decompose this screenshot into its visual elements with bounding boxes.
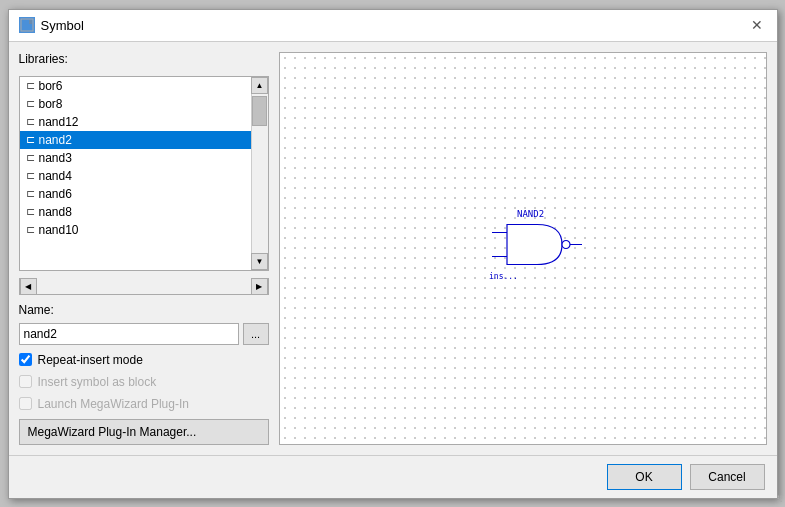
chip-icon: ⊏ [26, 97, 35, 110]
launch-megawizard-checkbox[interactable] [19, 397, 32, 410]
repeat-insert-checkbox[interactable] [19, 353, 32, 366]
scroll-right-button[interactable]: ▶ [251, 278, 268, 295]
item-label: nand12 [39, 115, 79, 129]
list-item[interactable]: ⊏ nand12 [20, 113, 251, 131]
insert-as-block-row: Insert symbol as block [19, 375, 269, 389]
title-bar: Symbol ✕ [9, 10, 777, 42]
cancel-button[interactable]: Cancel [690, 464, 765, 490]
list-item[interactable]: ⊏ bor8 [20, 95, 251, 113]
nand2-symbol: NAND2 ins... [487, 207, 607, 290]
item-label: bor6 [39, 79, 63, 93]
svg-point-5 [562, 241, 570, 249]
chip-icon: ⊏ [26, 223, 35, 236]
left-panel: Libraries: ⊏ bor6 ⊏ bor8 ⊏ nand12 [19, 52, 269, 445]
name-label: Name: [19, 303, 269, 317]
item-label: nand4 [39, 169, 72, 183]
item-label: nand6 [39, 187, 72, 201]
svg-text:NAND2: NAND2 [517, 209, 544, 219]
chip-icon: ⊏ [26, 187, 35, 200]
symbol-dialog: Symbol ✕ Libraries: ⊏ bor6 ⊏ bor8 [8, 9, 778, 499]
item-label: nand10 [39, 223, 79, 237]
list-item-selected[interactable]: ⊏ nand2 [20, 131, 251, 149]
item-label: nand3 [39, 151, 72, 165]
scroll-left-button[interactable]: ◀ [20, 278, 37, 295]
scroll-up-button[interactable]: ▲ [251, 77, 268, 94]
list-scrollbar-v[interactable]: ▲ ▼ [251, 77, 268, 270]
svg-text:ins...: ins... [489, 272, 518, 281]
launch-megawizard-label: Launch MegaWizard Plug-In [38, 397, 189, 411]
list-item[interactable]: ⊏ nand4 [20, 167, 251, 185]
browse-button[interactable]: ... [243, 323, 269, 345]
launch-megawizard-row: Launch MegaWizard Plug-In [19, 397, 269, 411]
scroll-thumb[interactable] [252, 96, 267, 126]
resize-corner[interactable]: ⠿ [776, 494, 783, 505]
chip-icon: ⊏ [26, 205, 35, 218]
item-label: nand8 [39, 205, 72, 219]
chip-icon: ⊏ [26, 151, 35, 164]
list-scrollbar-h-container: ◀ ▶ [19, 278, 269, 295]
list-item[interactable]: ⊏ nand6 [20, 185, 251, 203]
dialog-title: Symbol [41, 18, 84, 33]
chip-icon: ⊏ [26, 133, 35, 146]
list-item[interactable]: ⊏ nand3 [20, 149, 251, 167]
chip-icon: ⊏ [26, 79, 35, 92]
name-row: ... [19, 323, 269, 345]
repeat-insert-label[interactable]: Repeat-insert mode [38, 353, 143, 367]
close-button[interactable]: ✕ [747, 15, 767, 35]
repeat-insert-row: Repeat-insert mode [19, 353, 269, 367]
name-section: Name: ... [19, 303, 269, 345]
item-label: bor8 [39, 97, 63, 111]
scroll-down-button[interactable]: ▼ [251, 253, 268, 270]
megawizard-manager-button[interactable]: MegaWizard Plug-In Manager... [19, 419, 269, 445]
scroll-track-h [37, 278, 251, 294]
chip-icon: ⊏ [26, 115, 35, 128]
dialog-body: Libraries: ⊏ bor6 ⊏ bor8 ⊏ nand12 [9, 42, 777, 455]
insert-as-block-checkbox[interactable] [19, 375, 32, 388]
svg-rect-1 [23, 21, 28, 26]
list-item[interactable]: ⊏ nand10 [20, 221, 251, 239]
libraries-label: Libraries: [19, 52, 269, 66]
libraries-list[interactable]: ⊏ bor6 ⊏ bor8 ⊏ nand12 ⊏ nand2 [20, 77, 251, 270]
list-item[interactable]: ⊏ nand8 [20, 203, 251, 221]
dialog-icon [19, 17, 35, 33]
ok-button[interactable]: OK [607, 464, 682, 490]
chip-icon: ⊏ [26, 169, 35, 182]
dialog-footer: OK Cancel [9, 455, 777, 498]
libraries-list-container: ⊏ bor6 ⊏ bor8 ⊏ nand12 ⊏ nand2 [19, 76, 269, 271]
item-label: nand2 [39, 133, 72, 147]
insert-as-block-label: Insert symbol as block [38, 375, 157, 389]
name-input[interactable] [19, 323, 239, 345]
preview-panel: NAND2 ins... [279, 52, 767, 445]
title-bar-left: Symbol [19, 17, 84, 33]
list-item[interactable]: ⊏ bor6 [20, 77, 251, 95]
